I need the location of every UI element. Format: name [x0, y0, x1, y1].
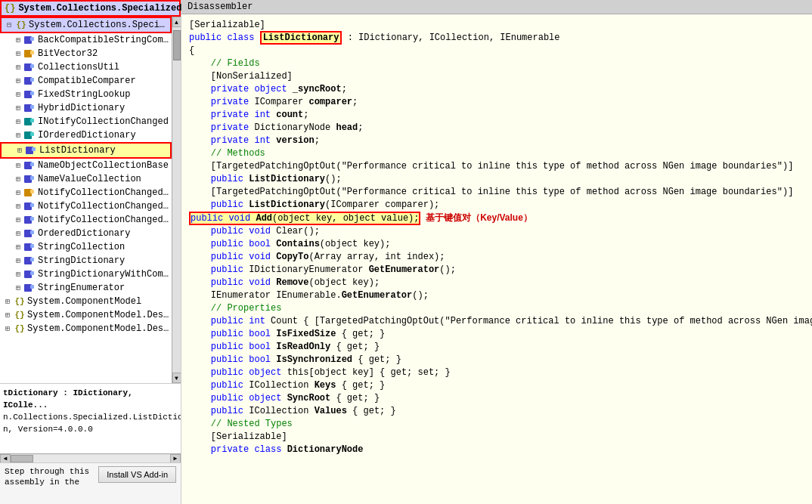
code-line: public object SyncRoot { get; } [189, 392, 804, 405]
item-icon [24, 187, 36, 199]
item-icon [24, 268, 36, 280]
left-bottom: tDictionary : IDictionary, IColle... n.C… [0, 383, 181, 504]
tree-scroll[interactable]: ⊟{}System.Collections.Specialized⊞BackCo… [0, 17, 172, 383]
tree-item-system-component-model-desig2[interactable]: ⊞{}System.ComponentModel.Desig... [0, 322, 172, 335]
tree-item-iordered-dictionary[interactable]: ⊞IOrderedDictionary [0, 128, 172, 142]
item-icon [24, 200, 36, 212]
expand-icon[interactable]: ⊞ [12, 187, 24, 199]
expand-icon[interactable]: ⊞ [12, 102, 24, 114]
tree-item-string-collection[interactable]: ⊞StringCollection [0, 240, 172, 254]
item-label: System.Collections.Specialized [29, 20, 169, 30]
info-detail2: n, Version=4.0.0.0 [3, 423, 178, 435]
code-line: [TargetedPatchingOptOut("Performance cri… [189, 160, 804, 173]
item-icon [26, 144, 38, 156]
item-icon: {} [14, 323, 26, 335]
code-line: private object _syncRoot; [189, 83, 804, 96]
expand-icon[interactable]: ⊞ [12, 255, 24, 267]
expand-icon[interactable]: ⊞ [2, 309, 14, 321]
expand-icon[interactable]: ⊞ [12, 129, 24, 141]
tree-item-bit-vector32[interactable]: ⊞BitVector32 [0, 47, 172, 60]
expand-icon[interactable]: ⊞ [12, 227, 24, 240]
tree-header[interactable]: {} System.Collections.Specialized ▲ [0, 0, 181, 17]
item-icon: {} [14, 295, 26, 308]
code-line: private DictionaryNode head; [189, 122, 804, 135]
tree-item-system-collections-specialized[interactable]: ⊟{}System.Collections.Specialized [0, 17, 172, 33]
item-icon [24, 34, 36, 46]
item-label: StringDictionaryWithCompare... [38, 269, 170, 280]
code-line: public ICollection Keys { get; } [189, 379, 804, 392]
expand-icon[interactable]: ⊞ [12, 88, 24, 100]
expand-icon[interactable]: ⊞ [12, 268, 24, 280]
code-line: private class DictionaryNode [189, 444, 804, 456]
expand-icon[interactable]: ⊞ [12, 173, 24, 185]
tree-item-notify-collection-changed-even2[interactable]: ⊞NotifyCollectionChangedEven... [0, 213, 172, 227]
main-container: {} System.Collections.Specialized ▲ ⊟{}S… [0, 0, 812, 504]
item-icon [24, 173, 36, 185]
tree-scroll-area: ⊟{}System.Collections.Specialized⊞BackCo… [0, 17, 181, 383]
tree-item-string-dictionary-with-compare[interactable]: ⊞StringDictionaryWithCompare... [0, 267, 172, 281]
expand-icon[interactable]: ⊞ [12, 61, 24, 73]
item-label: System.ComponentModel.Desig... [27, 310, 170, 320]
tree-item-name-object-collection[interactable]: ⊞NameObjectCollectionBase [0, 159, 172, 172]
expand-icon[interactable]: ⊞ [12, 48, 24, 60]
item-icon [24, 129, 36, 141]
scroll-down-button[interactable]: ▼ [172, 373, 181, 383]
expand-icon[interactable]: ⊞ [12, 116, 24, 128]
tree-item-notify-collection-changed-acti[interactable]: ⊞NotifyCollectionChangedActi... [0, 186, 172, 199]
item-label: CollectionsUtil [38, 62, 119, 73]
disasm-content[interactable]: [Serializable]public class ListDictionar… [181, 14, 812, 504]
tree-item-ordered-dictionary[interactable]: ⊞OrderedDictionary [0, 227, 172, 240]
item-label: StringEnumerator [38, 283, 125, 293]
code-line: public ListDictionary(); [189, 173, 804, 186]
tree-item-fixed-string-lookup[interactable]: ⊞FixedStringLookup [0, 88, 172, 101]
code-line: // Methods [189, 147, 804, 160]
install-vs-addin-button[interactable]: Install VS Add-in [98, 466, 176, 483]
expand-icon[interactable]: ⊞ [12, 241, 24, 253]
right-panel: Disassembler [Serializable]public class … [181, 0, 812, 504]
item-label: NameValueCollection [38, 174, 141, 184]
tree-vscrollbar[interactable]: ▲ ▼ [172, 17, 181, 383]
expand-icon[interactable]: ⊞ [12, 214, 24, 226]
tree-item-hybrid-dictionary[interactable]: ⊞HybridDictionary [0, 101, 172, 115]
hscroll-thumb[interactable] [11, 455, 33, 462]
code-line: [Serializable] [189, 431, 804, 444]
expand-icon[interactable]: ⊟ [3, 19, 15, 31]
expand-icon[interactable]: ⊞ [12, 282, 24, 294]
tree-item-collections-util[interactable]: ⊞CollectionsUtil [0, 60, 172, 74]
expand-icon[interactable]: ⊞ [2, 323, 14, 335]
scroll-up-button[interactable]: ▲ [172, 17, 181, 27]
code-line: public class ListDictionary : IDictionar… [189, 32, 804, 45]
tree-item-list-dictionary[interactable]: ⊞ListDictionary [0, 142, 172, 159]
tree-item-notify-collection-changed-even1[interactable]: ⊞NotifyCollectionChangedEven... [0, 199, 172, 213]
tree-item-string-dictionary[interactable]: ⊞StringDictionary [0, 254, 172, 267]
tree-item-string-enumerator[interactable]: ⊞StringEnumerator [0, 281, 172, 295]
left-hscroll-bar[interactable]: ◀ ▶ [0, 453, 181, 462]
item-label: OrderedDictionary [38, 228, 130, 239]
expand-icon[interactable]: ⊞ [14, 144, 26, 156]
item-icon [24, 88, 36, 100]
code-line: [TargetedPatchingOptOut("Performance cri… [189, 186, 804, 199]
code-line: IEnumerator IEnumerable.GetEnumerator(); [189, 289, 804, 302]
tree-item-name-value-collection[interactable]: ⊞NameValueCollection [0, 172, 172, 186]
tree-item-back-compat-string[interactable]: ⊞BackCompatibleStringCompa... [0, 33, 172, 47]
tree-item-inotify-collection-changed[interactable]: ⊞INotifyCollectionChanged [0, 115, 172, 128]
expand-icon[interactable]: ⊞ [12, 200, 24, 212]
code-line: { [189, 45, 804, 57]
item-label: IOrderedDictionary [38, 130, 136, 141]
hscroll-right-btn[interactable]: ▶ [170, 454, 181, 463]
tree-item-compatible-comparer[interactable]: ⊞CompatibleComparer [0, 74, 172, 88]
expand-icon[interactable]: ⊞ [12, 75, 24, 87]
expand-icon[interactable]: ⊞ [12, 159, 24, 172]
code-line: public bool IsFixedSize { get; } [189, 328, 804, 341]
info-title: tDictionary : IDictionary, IColle... [3, 387, 178, 411]
hscroll-track [11, 455, 170, 462]
tree-item-system-component-model-desig1[interactable]: ⊞{}System.ComponentModel.Desig... [0, 308, 172, 322]
info-detail1: n.Collections.Specialized.ListDictionary [3, 411, 178, 423]
hscroll-left-btn[interactable]: ◀ [0, 454, 11, 463]
tree-item-system-component-model[interactable]: ⊞{}System.ComponentModel [0, 295, 172, 308]
expand-icon[interactable]: ⊞ [12, 34, 24, 46]
item-label: StringCollection [38, 242, 125, 252]
scroll-thumb[interactable] [173, 30, 181, 60]
code-line: private IComparer comparer; [189, 96, 804, 109]
expand-icon[interactable]: ⊞ [2, 295, 14, 308]
